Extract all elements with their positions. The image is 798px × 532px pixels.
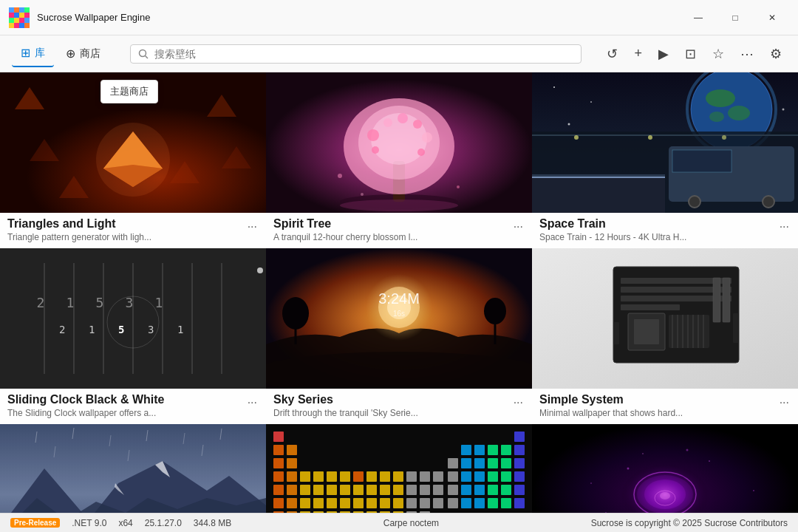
- history-button[interactable]: ↺: [602, 43, 622, 65]
- svg-point-38: [413, 120, 422, 129]
- close-button[interactable]: ✕: [755, 6, 789, 30]
- desc-triangles: Triangle pattern generator with ligh...: [7, 232, 259, 242]
- add-button[interactable]: +: [630, 43, 647, 64]
- svg-rect-183: [448, 485, 458, 495]
- svg-point-56: [709, 112, 724, 122]
- svg-point-65: [763, 196, 774, 208]
- nav-right-buttons: ↺ + ▶ ⊡ ☆ ⋯ ⚙: [602, 43, 786, 65]
- svg-rect-192: [313, 498, 324, 508]
- svg-rect-208: [273, 511, 284, 513]
- svg-rect-170: [273, 485, 284, 495]
- svg-rect-151: [273, 471, 284, 482]
- svg-text:1: 1: [155, 295, 163, 310]
- wallpaper-card-space[interactable]: Space Train Space Train - 12 Hours - 4K …: [532, 72, 798, 248]
- svg-rect-13: [14, 23, 19, 28]
- search-icon: [138, 49, 149, 59]
- svg-rect-136: [273, 445, 284, 455]
- search-bar[interactable]: [130, 44, 582, 64]
- nav-library-label: 库: [35, 47, 45, 60]
- svg-line-17: [146, 55, 149, 58]
- wallpaper-grid: Triangles and Light Triangle pattern gen…: [0, 72, 798, 513]
- thumb-rainy: [0, 424, 266, 513]
- title-triangles: Triangles and Light: [7, 217, 259, 231]
- nav-store[interactable]: ⊕ 商店: [57, 41, 109, 66]
- svg-rect-7: [24, 13, 30, 18]
- info-clock: Sliding Clock Black & White The Sliding …: [0, 389, 266, 424]
- svg-rect-112: [613, 322, 619, 344]
- wallpaper-card-medusae[interactable]: Particulate Medusae ... ···: [532, 424, 798, 513]
- play-button[interactable]: ▶: [654, 43, 673, 65]
- svg-text:1: 1: [89, 324, 95, 335]
- status-copyright: Sucrose is copyright © 2025 Sucrose Cont…: [591, 518, 788, 528]
- svg-point-90: [257, 267, 263, 273]
- svg-text:16s: 16s: [393, 310, 405, 318]
- info-spirit: Spirit Tree A tranquil 12-hour cherry bl…: [266, 213, 532, 248]
- wallpaper-card-sky[interactable]: 3:24M 16s Sky Series Drift through the t…: [266, 248, 532, 424]
- monitor-button[interactable]: ⊡: [681, 43, 700, 65]
- nav-library[interactable]: ⊞ 库: [12, 40, 54, 67]
- more-btn-space[interactable]: ···: [777, 219, 792, 235]
- svg-rect-107: [621, 304, 680, 310]
- desc-system: Minimal wallpaper that shows hard...: [539, 408, 791, 418]
- app-icon: [9, 7, 30, 28]
- svg-rect-111: [634, 319, 659, 344]
- svg-point-48: [590, 101, 592, 103]
- more-btn-spirit[interactable]: ···: [511, 219, 526, 235]
- svg-rect-186: [488, 485, 498, 495]
- status-left: Pre-Release .NET 9.0 x64 25.1.27.0 344.8…: [10, 518, 231, 528]
- svg-rect-137: [287, 445, 297, 455]
- svg-rect-160: [393, 471, 403, 482]
- thumb-periodic: [266, 424, 532, 513]
- maximize-button[interactable]: □: [718, 6, 752, 30]
- minimize-button[interactable]: —: [681, 6, 715, 30]
- desc-clock: The Sliding Clock wallpaper offers a...: [7, 408, 259, 418]
- svg-point-99: [484, 298, 506, 324]
- svg-rect-216: [380, 511, 390, 513]
- wallpaper-card-periodic[interactable]: Periodic Table ... ···: [266, 424, 532, 513]
- more-btn-clock[interactable]: ···: [245, 395, 260, 411]
- search-input[interactable]: [154, 48, 573, 60]
- title-bar: Sucrose Wallpaper Engine — □ ✕: [0, 0, 798, 35]
- thumb-clock: 2 1 5 3 1 2 1 5 3 1: [0, 248, 266, 389]
- svg-rect-180: [406, 485, 417, 495]
- svg-rect-15: [24, 23, 30, 28]
- thumb-medusae: [532, 424, 798, 513]
- tooltip: 主题商店: [100, 80, 158, 103]
- desc-spirit: A tranquil 12-hour cherry blossom l...: [273, 232, 525, 242]
- thumb-space: [532, 72, 798, 213]
- wallpaper-card-rainy[interactable]: Rainy ... ···: [0, 424, 266, 513]
- svg-rect-171: [287, 485, 297, 495]
- more-btn-system[interactable]: ···: [777, 395, 792, 411]
- svg-rect-109: [723, 278, 730, 322]
- svg-point-41: [417, 149, 425, 156]
- medusae-visual: [532, 424, 798, 513]
- more-btn-sky[interactable]: ···: [511, 395, 526, 411]
- svg-rect-188: [514, 485, 525, 495]
- title-sky: Sky Series: [273, 393, 525, 406]
- svg-rect-175: [340, 485, 350, 495]
- star-button[interactable]: ☆: [708, 43, 729, 65]
- svg-rect-217: [393, 511, 403, 513]
- status-badge: Pre-Release: [10, 518, 60, 528]
- more-button[interactable]: ⋯: [736, 43, 758, 65]
- svg-rect-145: [448, 458, 458, 468]
- svg-rect-201: [433, 498, 443, 508]
- svg-rect-200: [420, 498, 430, 508]
- svg-point-43: [457, 185, 460, 188]
- more-btn-triangles[interactable]: ···: [245, 219, 260, 235]
- svg-rect-2: [19, 7, 24, 13]
- svg-rect-152: [287, 471, 297, 482]
- svg-rect-185: [474, 485, 485, 495]
- svg-point-49: [568, 123, 570, 126]
- svg-rect-197: [380, 498, 390, 508]
- wallpaper-card-spirit[interactable]: Spirit Tree A tranquil 12-hour cherry bl…: [266, 72, 532, 248]
- svg-point-35: [367, 129, 379, 141]
- title-bar-left: Sucrose Wallpaper Engine: [9, 7, 150, 28]
- wallpaper-card-clock[interactable]: 2 1 5 3 1 2 1 5 3 1 Slid: [0, 248, 266, 424]
- svg-rect-162: [420, 471, 430, 482]
- settings-button[interactable]: ⚙: [765, 43, 786, 65]
- svg-rect-139: [474, 445, 485, 455]
- nav-bar: ⊞ 库 ⊕ 商店 ↺ + ▶ ⊡ ☆ ⋯ ⚙: [0, 35, 798, 72]
- wallpaper-card-system[interactable]: Simple System Minimal wallpaper that sho…: [532, 248, 798, 424]
- svg-text:3:24M: 3:24M: [378, 290, 420, 307]
